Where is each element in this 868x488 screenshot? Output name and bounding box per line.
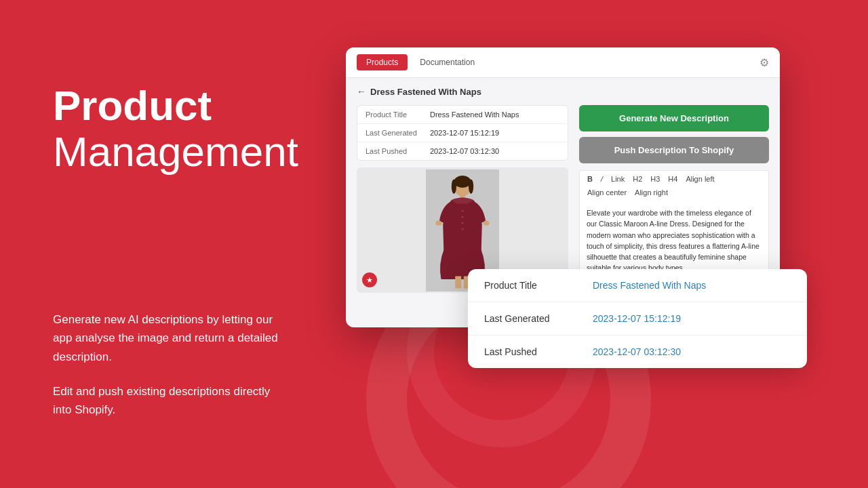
toolbar-align-right[interactable]: Align right [633, 188, 670, 197]
editor-toolbar: B / Link H2 H3 H4 Align left Align cente… [579, 170, 769, 201]
toolbar-h4[interactable]: H4 [666, 174, 679, 184]
back-nav[interactable]: ← Dress Fastened With Naps [357, 86, 769, 97]
info-value-pushed: 2023-12-07 03:12:30 [430, 147, 499, 155]
hero-description-2: Edit and push existing descriptions dire… [53, 382, 290, 419]
hero-title: Product Management [53, 83, 311, 175]
toolbar-h3[interactable]: H3 [648, 174, 662, 184]
hero-description-1: Generate new AI descriptions by letting … [53, 310, 290, 366]
card-label-generated: Last Generated [484, 313, 593, 324]
toolbar-link[interactable]: Link [609, 174, 627, 184]
hero-title-bold: Product [53, 82, 212, 129]
info-table: Product Title Dress Fastened With Naps L… [357, 105, 568, 161]
hero-title-light: Management [53, 128, 298, 175]
svg-point-10 [435, 220, 441, 225]
svg-point-6 [462, 209, 464, 211]
info-value-title: Dress Fastened With Naps [430, 110, 519, 119]
toolbar-align-left[interactable]: Align left [684, 174, 716, 184]
editor-intro: Elevate your wardrobe with the timeless … [587, 207, 762, 274]
card-label-pushed: Last Pushed [484, 346, 593, 357]
svg-point-3 [452, 179, 456, 194]
toolbar-align-center[interactable]: Align center [585, 188, 629, 197]
svg-point-9 [462, 228, 464, 230]
nav-tabs: Products Documentation [357, 54, 484, 70]
svg-point-7 [462, 216, 464, 218]
generate-button[interactable]: Generate New Description [579, 105, 769, 131]
info-label-pushed: Last Pushed [366, 147, 430, 155]
floating-card: Product Title Dress Fastened With Naps L… [468, 269, 807, 368]
card-value-pushed: 2023-12-07 03:12:30 [593, 346, 681, 357]
svg-point-2 [454, 176, 471, 188]
svg-point-4 [469, 179, 473, 194]
app-header: Products Documentation ⚙ [346, 47, 780, 78]
card-value-generated: 2023-12-07 15:12:19 [593, 313, 681, 324]
tab-products[interactable]: Products [357, 54, 408, 70]
star-icon[interactable]: ★ [362, 272, 377, 287]
back-nav-label: Dress Fastened With Naps [370, 87, 481, 97]
svg-rect-12 [455, 276, 461, 288]
right-panel: Products Documentation ⚙ ← Dress Fastene… [346, 47, 793, 327]
gear-icon[interactable]: ⚙ [760, 56, 769, 69]
svg-point-8 [462, 222, 464, 224]
tab-documentation[interactable]: Documentation [410, 54, 484, 70]
card-value-title: Dress Fastened With Naps [593, 280, 706, 291]
back-arrow-icon: ← [357, 86, 366, 97]
info-label-generated: Last Generated [366, 129, 430, 137]
card-row-generated: Last Generated 2023-12-07 15:12:19 [468, 302, 807, 336]
svg-point-11 [484, 220, 490, 225]
info-row-generated: Last Generated 2023-12-07 15:12:19 [357, 124, 568, 142]
toolbar-italic[interactable]: / [599, 174, 605, 184]
card-row-title: Product Title Dress Fastened With Naps [468, 269, 807, 302]
card-row-pushed: Last Pushed 2023-12-07 03:12:30 [468, 336, 807, 368]
info-row-pushed: Last Pushed 2023-12-07 03:12:30 [357, 142, 568, 160]
push-button[interactable]: Push Description To Shopify [579, 137, 769, 163]
toolbar-h2[interactable]: H2 [631, 174, 644, 184]
info-row-title: Product Title Dress Fastened With Naps [357, 106, 568, 124]
info-label-title: Product Title [366, 110, 430, 119]
toolbar-bold[interactable]: B [585, 174, 595, 184]
left-panel: Product Management Generate new AI descr… [53, 0, 311, 488]
card-label-title: Product Title [484, 280, 593, 291]
info-value-generated: 2023-12-07 15:12:19 [430, 129, 499, 137]
